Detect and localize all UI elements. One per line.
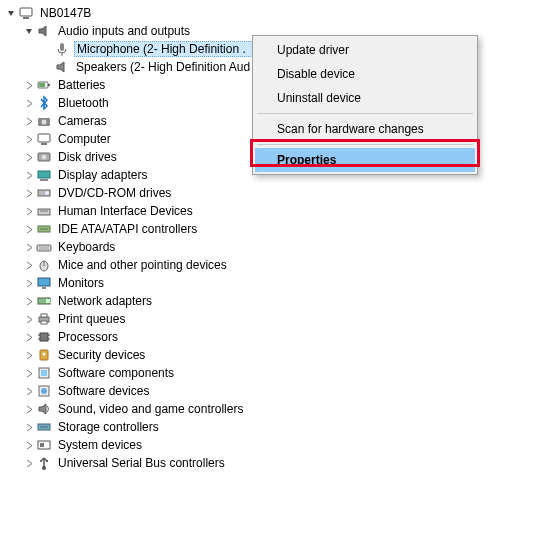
tree-item-network[interactable]: Network adapters	[4, 292, 535, 310]
chevron-right-icon[interactable]	[22, 333, 36, 342]
chevron-right-icon[interactable]	[22, 81, 36, 90]
chevron-right-icon[interactable]	[22, 189, 36, 198]
tree-item-security[interactable]: Security devices	[4, 346, 535, 364]
chevron-right-icon[interactable]	[22, 423, 36, 432]
tree-label: Bluetooth	[56, 96, 111, 110]
tree-label: DVD/CD-ROM drives	[56, 186, 173, 200]
chevron-right-icon[interactable]	[22, 369, 36, 378]
camera-icon	[36, 113, 52, 129]
chevron-right-icon[interactable]	[22, 441, 36, 450]
chevron-right-icon[interactable]	[22, 297, 36, 306]
tree-label: Batteries	[56, 78, 107, 92]
svg-rect-1	[23, 17, 29, 19]
chevron-down-icon[interactable]	[22, 27, 36, 36]
chevron-right-icon[interactable]	[22, 261, 36, 270]
tree-item-hid[interactable]: Human Interface Devices	[4, 202, 535, 220]
tree-item-swdevices[interactable]: Software devices	[4, 382, 535, 400]
chevron-right-icon[interactable]	[22, 153, 36, 162]
svg-rect-54	[46, 460, 48, 462]
bluetooth-icon	[36, 95, 52, 111]
tree-label: Processors	[56, 330, 120, 344]
tree-label: Software devices	[56, 384, 151, 398]
svg-marker-46	[39, 404, 46, 414]
system-device-icon	[36, 437, 52, 453]
tree-item-system[interactable]: System devices	[4, 436, 535, 454]
chevron-right-icon[interactable]	[22, 279, 36, 288]
tree-label: Print queues	[56, 312, 127, 326]
context-menu[interactable]: Update driver Disable device Uninstall d…	[252, 35, 478, 175]
chevron-right-icon[interactable]	[22, 387, 36, 396]
svg-rect-28	[38, 278, 50, 286]
menu-update-driver[interactable]: Update driver	[255, 38, 475, 62]
chevron-right-icon[interactable]	[22, 459, 36, 468]
tree-item-mice[interactable]: Mice and other pointing devices	[4, 256, 535, 274]
svg-rect-12	[41, 143, 47, 145]
tree-label: Monitors	[56, 276, 106, 290]
tree-item-usb[interactable]: Universal Serial Bus controllers	[4, 454, 535, 472]
menu-disable-device[interactable]: Disable device	[255, 62, 475, 86]
display-adapter-icon	[36, 167, 52, 183]
tree-label: Security devices	[56, 348, 147, 362]
svg-point-10	[42, 120, 47, 125]
chevron-right-icon[interactable]	[22, 171, 36, 180]
tree-label: Network adapters	[56, 294, 154, 308]
menu-scan-hardware[interactable]: Scan for hardware changes	[255, 117, 475, 141]
svg-point-53	[40, 460, 42, 462]
chevron-right-icon[interactable]	[22, 135, 36, 144]
speaker-icon	[54, 59, 70, 75]
chevron-right-icon[interactable]	[22, 117, 36, 126]
svg-marker-5	[57, 62, 64, 72]
tree-item-printqueues[interactable]: Print queues	[4, 310, 535, 328]
sound-controller-icon	[36, 401, 52, 417]
tree-label: Display adapters	[56, 168, 149, 182]
tree-label: Speakers (2- High Definition Aud	[74, 60, 252, 74]
speaker-icon	[36, 23, 52, 39]
tree-label: Software components	[56, 366, 176, 380]
tree-item-sound[interactable]: Sound, video and game controllers	[4, 400, 535, 418]
tree-label: Universal Serial Bus controllers	[56, 456, 227, 470]
svg-point-14	[42, 155, 47, 160]
tree-root[interactable]: NB0147B	[4, 4, 535, 22]
ide-controller-icon	[36, 221, 52, 237]
svg-point-18	[45, 191, 49, 195]
svg-rect-50	[40, 443, 44, 447]
tree-item-keyboards[interactable]: Keyboards	[4, 238, 535, 256]
svg-marker-2	[39, 26, 46, 36]
printer-icon	[36, 311, 52, 327]
menu-properties[interactable]: Properties	[255, 148, 475, 172]
svg-rect-16	[40, 179, 48, 181]
tree-label: Sound, video and game controllers	[56, 402, 245, 416]
computer-icon	[36, 131, 52, 147]
svg-rect-43	[41, 370, 47, 376]
network-adapter-icon	[36, 293, 52, 309]
svg-rect-33	[41, 314, 47, 317]
chevron-right-icon[interactable]	[22, 225, 36, 234]
tree-item-processors[interactable]: Processors	[4, 328, 535, 346]
tree-item-ide[interactable]: IDE ATA/ATAPI controllers	[4, 220, 535, 238]
svg-rect-29	[42, 287, 46, 289]
tree-label: Cameras	[56, 114, 109, 128]
menu-separator	[257, 113, 473, 114]
microphone-icon	[54, 41, 70, 57]
svg-rect-31	[46, 299, 50, 303]
chevron-right-icon[interactable]	[22, 405, 36, 414]
chevron-right-icon[interactable]	[22, 351, 36, 360]
tree-item-monitors[interactable]: Monitors	[4, 274, 535, 292]
tree-label: System devices	[56, 438, 144, 452]
svg-point-41	[43, 353, 46, 356]
usb-icon	[36, 455, 52, 471]
keyboard-icon	[36, 239, 52, 255]
tree-label: Mice and other pointing devices	[56, 258, 229, 272]
chevron-right-icon[interactable]	[22, 243, 36, 252]
chevron-right-icon[interactable]	[22, 99, 36, 108]
menu-uninstall-device[interactable]: Uninstall device	[255, 86, 475, 110]
chevron-down-icon[interactable]	[4, 9, 18, 18]
chevron-right-icon[interactable]	[22, 315, 36, 324]
tree-item-swcomponents[interactable]: Software components	[4, 364, 535, 382]
tree-label: Human Interface Devices	[56, 204, 195, 218]
tree-label: Audio inputs and outputs	[56, 24, 192, 38]
chevron-right-icon[interactable]	[22, 207, 36, 216]
tree-label: Storage controllers	[56, 420, 161, 434]
tree-item-storage[interactable]: Storage controllers	[4, 418, 535, 436]
tree-item-dvd[interactable]: DVD/CD-ROM drives	[4, 184, 535, 202]
